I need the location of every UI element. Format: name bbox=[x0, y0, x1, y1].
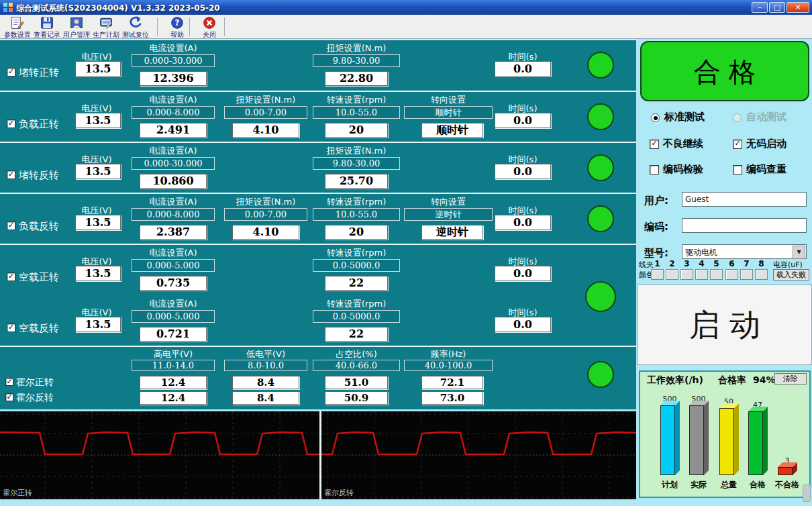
waveform-hall-forward: 霍尔正转 bbox=[0, 411, 319, 499]
row-label: 霍尔反转 bbox=[16, 392, 77, 403]
row-checkbox[interactable] bbox=[7, 119, 15, 128]
row-checkbox[interactable] bbox=[7, 323, 15, 332]
clamp-color-box[interactable] bbox=[710, 269, 723, 280]
toolbar-item-4[interactable]: 测试复位 bbox=[119, 16, 152, 38]
value-box: 4.10 bbox=[232, 225, 299, 240]
value-box: 12.4 bbox=[140, 376, 207, 389]
column-header: 转速设置(rpm) bbox=[313, 196, 400, 206]
value-box: 10.860 bbox=[140, 174, 207, 189]
resize-handle[interactable] bbox=[803, 485, 811, 502]
close-icon bbox=[203, 16, 216, 30]
toolbar-item-label: 生产计划 bbox=[93, 30, 119, 40]
column-header: 转向设置 bbox=[404, 94, 493, 104]
voltage-label: 电压(V) bbox=[71, 154, 122, 163]
toolbar-item-2[interactable]: 用户管理 bbox=[60, 16, 93, 38]
clamp-color-box[interactable] bbox=[695, 269, 708, 280]
user-input[interactable] bbox=[682, 192, 807, 207]
clamp-color-box[interactable] bbox=[725, 269, 738, 280]
row-separator bbox=[0, 244, 636, 245]
row-checkbox[interactable] bbox=[5, 393, 13, 401]
column-header: 电流设置(A) bbox=[132, 247, 215, 257]
clamp-color-box[interactable] bbox=[666, 269, 678, 280]
radio-standard-test[interactable] bbox=[651, 113, 660, 122]
chevron-down-icon[interactable]: ▼ bbox=[793, 246, 805, 259]
bar-side bbox=[675, 401, 680, 475]
toolbar-item-3[interactable]: 生产计划 bbox=[90, 16, 122, 38]
checkbox-code-dup-check-label: 编码查重 bbox=[746, 163, 786, 176]
row-checkbox[interactable] bbox=[7, 170, 15, 179]
toolbar-separator bbox=[224, 17, 225, 36]
row-separator bbox=[0, 91, 636, 92]
load-fixture-button[interactable]: 载入失败 bbox=[773, 269, 809, 281]
minimize-button[interactable]: – bbox=[752, 2, 768, 13]
waveform-hall-reverse: 霍尔反转 bbox=[321, 411, 636, 499]
column-header: 电流设置(A) bbox=[132, 145, 215, 155]
row-checkbox[interactable] bbox=[7, 221, 15, 230]
clamp-color-box[interactable] bbox=[651, 269, 664, 280]
range-box: 0.000-5.000 bbox=[132, 259, 215, 272]
toolbar-item-5[interactable]: ?帮助 bbox=[161, 16, 193, 38]
clear-button[interactable]: 清除 bbox=[774, 373, 807, 385]
status-light bbox=[587, 205, 614, 232]
code-input[interactable] bbox=[682, 218, 807, 233]
voltage-label: 电压(V) bbox=[71, 51, 122, 60]
row-label: 负载反转 bbox=[19, 220, 77, 232]
hall-column-header: 占空比(%) bbox=[313, 348, 400, 358]
checkbox-continue-on-fail[interactable] bbox=[650, 140, 659, 149]
bar-label: 合格 bbox=[743, 479, 772, 489]
time-label: 时间(s) bbox=[495, 51, 551, 60]
column-header: 扭矩设置(N.m) bbox=[224, 196, 307, 206]
toolbar-item-0[interactable]: 参数设置 bbox=[1, 16, 34, 38]
bar bbox=[660, 405, 675, 475]
row-checkbox[interactable] bbox=[7, 68, 15, 77]
voltage-label: 电压(V) bbox=[71, 205, 122, 214]
checkbox-code-verify[interactable] bbox=[650, 165, 659, 174]
clamp-color-box[interactable] bbox=[680, 269, 693, 280]
checkbox-code-dup-check[interactable] bbox=[733, 165, 742, 174]
bar bbox=[689, 405, 704, 475]
value-box: 0.721 bbox=[140, 327, 207, 342]
model-field-label: 型号: bbox=[644, 247, 668, 260]
clamp-color-box[interactable] bbox=[740, 269, 753, 280]
range-box: 9.80-30.00 bbox=[313, 157, 400, 170]
toolbar-item-label: 关闭 bbox=[203, 30, 216, 40]
waveform-label-hall-reverse: 霍尔反转 bbox=[324, 488, 354, 498]
hall-column-header: 低电平(V) bbox=[224, 348, 307, 358]
bar bbox=[748, 411, 763, 475]
radio-standard-test-label: 标准测试 bbox=[664, 111, 705, 123]
user-field-label: 用户: bbox=[644, 195, 668, 207]
checkbox-no-code-start[interactable] bbox=[733, 140, 742, 149]
model-dropdown[interactable]: 驱动电机 ▼ bbox=[682, 244, 807, 259]
voltage-box: 13.5 bbox=[75, 215, 121, 230]
column-header: 电流设置(A) bbox=[132, 298, 215, 308]
time-box: 0.0 bbox=[495, 215, 551, 230]
clamp-number: 1 bbox=[651, 259, 664, 268]
toolbar-item-1[interactable]: 查看记录 bbox=[31, 16, 63, 38]
column-header: 转速设置(rpm) bbox=[313, 298, 400, 308]
clamp-color-box[interactable] bbox=[755, 269, 768, 280]
start-button[interactable]: 启动 bbox=[638, 285, 812, 365]
radio-auto-test[interactable] bbox=[733, 113, 742, 122]
range-box: 10.0-55.0 bbox=[313, 208, 400, 221]
voltage-box: 13.5 bbox=[75, 61, 121, 77]
maximize-button[interactable]: □ bbox=[769, 2, 785, 13]
row-label: 负载正转 bbox=[19, 118, 77, 130]
hall-column-header: 频率(Hz) bbox=[404, 348, 493, 358]
range-box: 0.000-30.000 bbox=[132, 157, 215, 170]
row-label: 空载反转 bbox=[19, 322, 77, 334]
range-box: 逆时针 bbox=[404, 208, 493, 221]
plan-icon bbox=[99, 16, 113, 30]
value-box: 22 bbox=[325, 276, 388, 291]
row-checkbox[interactable] bbox=[7, 272, 15, 281]
toolbar-item-label: 帮助 bbox=[170, 30, 184, 40]
bar-side bbox=[704, 401, 709, 475]
bar-label: 实际 bbox=[684, 479, 713, 489]
time-label: 时间(s) bbox=[495, 307, 551, 316]
row-label: 空载正转 bbox=[19, 271, 77, 283]
value-box: 2.387 bbox=[140, 225, 207, 240]
close-button[interactable]: × bbox=[786, 2, 809, 13]
work-efficiency-label: 工作效率(/h) bbox=[647, 374, 703, 387]
toolbar-item-6[interactable]: 关闭 bbox=[193, 16, 225, 38]
value-box: 20 bbox=[325, 123, 388, 138]
row-checkbox[interactable] bbox=[5, 378, 13, 386]
